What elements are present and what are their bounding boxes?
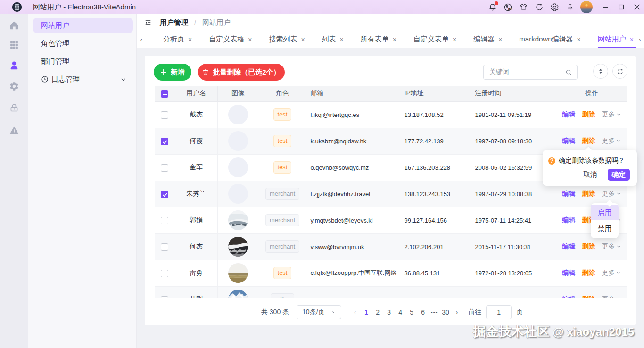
- svg-text:En: En: [508, 7, 512, 10]
